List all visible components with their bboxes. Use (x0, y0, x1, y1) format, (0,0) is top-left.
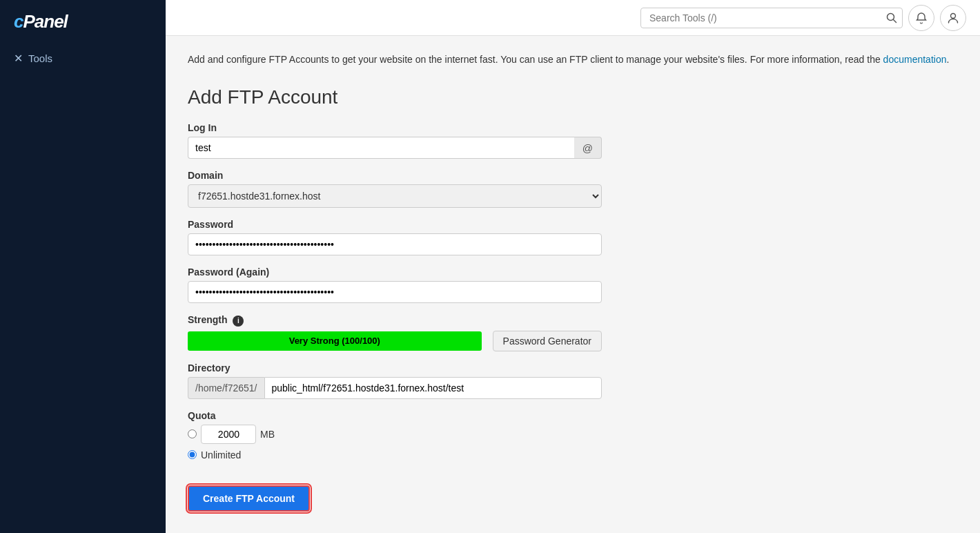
strength-info-icon: i (233, 316, 244, 327)
search-icon (886, 12, 897, 23)
user-icon (947, 12, 959, 24)
quota-mb-row: MB (188, 425, 602, 444)
login-input[interactable] (188, 137, 574, 159)
password-generator-button[interactable]: Password Generator (493, 331, 602, 351)
quota-mb-label: MB (260, 429, 275, 440)
documentation-link[interactable]: documentation (883, 54, 947, 65)
svg-point-2 (951, 13, 956, 18)
directory-input[interactable] (264, 377, 602, 399)
password-input[interactable] (188, 233, 602, 255)
user-menu-button[interactable] (940, 5, 966, 31)
tools-label: Tools (28, 52, 52, 64)
strength-group: Strength i Very Strong (100/100) Passwor… (188, 314, 602, 351)
sidebar-item-tools[interactable]: ✕ Tools (0, 43, 166, 73)
login-input-group: @ (188, 137, 602, 159)
logo-area: cPanel (0, 0, 166, 43)
password-label: Password (188, 219, 602, 230)
topbar (166, 0, 980, 36)
page-title: Add FTP Account (188, 86, 958, 108)
domain-select[interactable]: f72651.hostde31.fornex.host (188, 184, 602, 208)
search-input[interactable] (640, 8, 903, 28)
domain-group: Domain f72651.hostde31.fornex.host (188, 170, 602, 208)
strength-row: Very Strong (100/100) Password Generator (188, 331, 602, 351)
quota-mb-radio[interactable] (188, 429, 197, 438)
intro-text: Add and configure FTP Accounts to get yo… (188, 52, 958, 67)
password-group: Password (188, 219, 602, 255)
login-label: Log In (188, 122, 602, 133)
domain-label: Domain (188, 170, 602, 181)
strength-bar-container: Very Strong (100/100) (188, 331, 482, 351)
password-again-group: Password (Again) (188, 266, 602, 303)
search-container (640, 8, 903, 28)
page-content: Add and configure FTP Accounts to get yo… (166, 36, 980, 533)
tools-icon: ✕ (14, 52, 23, 65)
quota-label: Quota (188, 410, 602, 421)
bell-icon (915, 12, 928, 24)
unlimited-label[interactable]: Unlimited (188, 449, 602, 461)
directory-label: Directory (188, 362, 602, 374)
at-symbol-button[interactable]: @ (574, 137, 602, 159)
create-ftp-account-button[interactable]: Create FTP Account (188, 485, 310, 512)
directory-prefix: /home/f72651/ (188, 377, 264, 399)
quota-group: Quota MB Unlimited (188, 410, 602, 461)
directory-input-group: /home/f72651/ (188, 377, 602, 399)
login-group: Log In @ (188, 122, 602, 159)
quota-value-input[interactable] (201, 425, 256, 444)
strength-label: Strength i (188, 314, 602, 327)
directory-group: Directory /home/f72651/ (188, 362, 602, 399)
quota-unlimited-radio[interactable] (188, 450, 197, 459)
notifications-button[interactable] (908, 5, 934, 31)
search-button[interactable] (886, 12, 897, 23)
add-ftp-form: Log In @ Domain f72651.hostde31.fornex.h… (188, 122, 602, 512)
svg-line-1 (894, 19, 896, 22)
cpanel-logo: cPanel (14, 11, 68, 32)
quota-options: MB Unlimited (188, 425, 602, 461)
password-again-label: Password (Again) (188, 266, 602, 278)
password-again-input[interactable] (188, 281, 602, 303)
main-area: Add and configure FTP Accounts to get yo… (166, 0, 980, 533)
sidebar: cPanel ✕ Tools (0, 0, 166, 533)
strength-bar: Very Strong (100/100) (188, 331, 482, 351)
